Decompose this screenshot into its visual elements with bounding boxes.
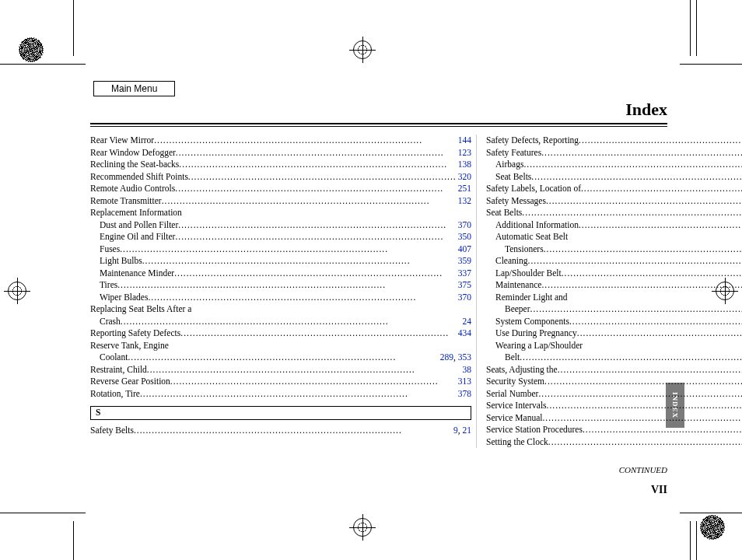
page-link[interactable]: 337 (458, 268, 471, 278)
leader-dots (170, 376, 457, 388)
page-link[interactable]: 320 (458, 172, 471, 181)
index-entry-label: Rear View Mirror (90, 135, 154, 147)
index-entry: Additional Information21 (486, 219, 742, 232)
index-entry: Cleaning369 (486, 255, 742, 268)
index-entry-label: Rear Window Defogger (90, 147, 176, 159)
index-entry: Serial Number416 (486, 388, 742, 401)
index-entry-label: Reverse Gear Position (90, 376, 170, 388)
index-entry: Light Bulbs359 (90, 255, 471, 268)
crop-mark (73, 0, 74, 56)
leader-dots (179, 159, 456, 171)
page-link[interactable]: 138 (458, 159, 471, 169)
page-link[interactable]: 9 (453, 425, 458, 435)
leader-dots (188, 171, 457, 184)
page-link[interactable]: 313 (458, 376, 471, 386)
leader-dots (523, 159, 742, 171)
leader-dots (583, 424, 742, 436)
index-entry-label: Wearing a Lap/Shoulder (495, 340, 583, 352)
crop-mark (696, 521, 697, 560)
leader-dots (120, 243, 457, 256)
index-entry-pages: 407 (457, 243, 471, 256)
index-entry-label: Remote Audio Controls (90, 183, 175, 195)
page-link[interactable]: 353 (458, 352, 471, 362)
leader-dots (147, 364, 461, 376)
index-entry-label: Belt (505, 352, 520, 364)
index-entry-pages: 9, 21 (452, 425, 471, 437)
index-entry-pages: 370 (457, 292, 471, 304)
index-entry: Safety Belts9, 21 (90, 425, 471, 437)
index-entry-label: Safety Features (486, 147, 541, 159)
page-link[interactable]: 350 (458, 232, 471, 241)
page-link[interactable]: 370 (458, 292, 471, 302)
index-column-2: Safety Defects, Reporting434Safety Featu… (476, 135, 742, 448)
index-entry-label: Tires (100, 279, 117, 292)
page-link[interactable]: 359 (458, 256, 471, 265)
index-entry-label: Seats, Adjusting the (486, 364, 558, 376)
index-entry: Lap/Shoulder Belt17, 22 (486, 268, 742, 280)
page-link[interactable]: 21 (462, 425, 471, 435)
index-entry: Service Manual435 (486, 412, 742, 425)
registration-mark-icon (353, 518, 372, 537)
index-entry: Dust and Pollen Filter370 (90, 219, 471, 232)
page-title: Index (90, 100, 667, 123)
leader-dots (128, 352, 438, 364)
leader-dots (175, 231, 456, 243)
leader-dots (174, 268, 457, 280)
index-entry-label: Light Bulbs (100, 255, 142, 268)
index-entry: Seat Belts9, 21 (486, 207, 742, 219)
index-entry: Seat Belts9 (486, 171, 742, 184)
leader-dots (579, 219, 742, 232)
index-entry-label: Lap/Shoulder Belt (495, 268, 562, 280)
leader-dots (528, 255, 742, 268)
index-entry-label: Replacing Seat Belts After a (90, 303, 191, 316)
page-link[interactable]: 289 (440, 352, 453, 362)
page-link[interactable]: 38 (462, 365, 471, 374)
index-entry: Maintenance24, 369 (486, 279, 742, 292)
leader-dots (142, 255, 457, 268)
page-link[interactable]: 132 (458, 196, 471, 205)
registration-mark-icon (8, 282, 26, 300)
leader-dots (520, 352, 742, 364)
leader-dots (162, 195, 457, 208)
index-entry-label: Fuses (100, 243, 120, 256)
crop-mark (680, 64, 742, 65)
page-link[interactable]: 407 (458, 244, 471, 254)
leader-dots (562, 268, 742, 280)
leader-dots (154, 135, 457, 147)
index-entry-pages: 350 (457, 231, 471, 243)
index-entry-label: Maintenance (495, 279, 541, 292)
main-menu-button[interactable]: Main Menu (93, 81, 175, 96)
page-link[interactable]: 434 (458, 328, 471, 338)
page-link[interactable]: 24 (462, 317, 471, 326)
page-link[interactable]: 378 (458, 389, 471, 398)
index-entry-label: Crash (100, 316, 121, 328)
leader-dots (558, 364, 742, 376)
leader-dots (577, 327, 742, 340)
index-entry: Safety Labels, Location of57 (486, 183, 742, 195)
leader-dots (548, 436, 742, 449)
crop-mark (690, 521, 691, 560)
page-link[interactable]: 375 (458, 280, 471, 289)
page-link[interactable]: 251 (458, 184, 471, 193)
index-entry-pages: 359 (457, 255, 471, 268)
registration-mark-icon (353, 40, 372, 59)
crop-mark (690, 0, 691, 56)
index-entry: Security System255 (486, 376, 742, 388)
index-entry: Reverse Gear Position313 (90, 376, 471, 388)
page-link[interactable]: 123 (458, 148, 471, 157)
index-entry: Engine Oil and Filter350 (90, 231, 471, 243)
page-link[interactable]: 144 (458, 135, 471, 145)
page-link[interactable]: 370 (458, 220, 471, 229)
crop-mark (0, 64, 86, 65)
index-entry: Restraint, Child38 (90, 364, 471, 376)
index-entry-label: Safety Defects, Reporting (486, 135, 579, 147)
index-entry-pages: 370 (457, 219, 471, 232)
leader-dots (148, 292, 456, 304)
index-entry-label: Maintenance Minder (100, 268, 174, 280)
index-entry: Rotation, Tire378 (90, 388, 471, 401)
leader-dots (531, 171, 742, 184)
leader-dots (176, 147, 457, 159)
leader-dots (140, 388, 457, 401)
index-entry: Use During Pregnancy19 (486, 327, 742, 340)
index-entry: Safety Messagesiii (486, 195, 742, 208)
